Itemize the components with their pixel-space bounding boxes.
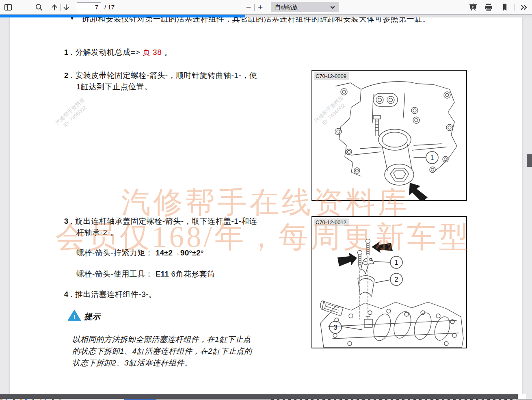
tool-rest: 6角花形套筒 <box>169 270 215 278</box>
tip-header: ! <box>68 310 81 323</box>
step-sep: . <box>68 290 75 298</box>
pdf-page: ▼ 拆卸和安装仅针对第一缸的活塞连杆组件，其它缸的活塞连杆组件的拆卸和安装大体可… <box>10 17 522 394</box>
loading-progress-track <box>0 15 532 17</box>
sidebar-toggle-button[interactable] <box>2 2 14 13</box>
current-view-bookmark-button[interactable] <box>499 2 510 13</box>
presentation-icon <box>468 2 478 12</box>
step-text: 分解发动机总成=> <box>75 48 142 56</box>
page-number-input[interactable] <box>77 2 101 12</box>
engine-bottom-diagram: 1 2 3 <box>312 217 466 348</box>
tip-line-1: 以相同的方法拆卸全部活塞连杆组件，在1缸下止点 <box>72 333 251 345</box>
presentation-mode-button[interactable] <box>467 2 479 13</box>
double-chevron-icon <box>519 2 529 12</box>
plus-icon: + <box>258 2 263 13</box>
tool-label: 螺栓-箭头-使用工具： <box>76 270 156 278</box>
page-gap-bar <box>0 394 518 399</box>
figure-label: C70-12-0009 <box>314 72 349 80</box>
step-sep: . <box>68 71 75 80</box>
zoom-out-button[interactable]: − <box>243 2 254 13</box>
step-number: 3 <box>64 217 68 225</box>
bullet-marker: ▼ <box>70 17 74 21</box>
step-text: 安装皮带轮固定螺栓-箭头-，顺时针旋转曲轴-1-，使 <box>75 71 257 80</box>
tip-line-3: 状态下拆卸2、3缸活塞连杆组件。 <box>72 357 192 369</box>
callout-1: 1 <box>395 259 398 266</box>
torque-value: 14±2→90°±2° <box>156 249 203 257</box>
intro-text: 拆卸和安装仅针对第一缸的活塞连杆组件，其它缸的活塞连杆组件的拆卸和安装大体可参照… <box>82 17 430 23</box>
bookmark-icon <box>500 3 509 12</box>
pdf-viewer: / 17 − + 自动缩放 <box>0 0 532 400</box>
tool-spec: 螺栓-箭头-使用工具： E11 6角花形套筒 <box>76 269 215 279</box>
torque-spec: 螺栓-箭头-拧紧力矩： 14±2→90°±2° <box>76 248 203 258</box>
step-text: 旋出连杆轴承盖固定螺栓-箭头-，取下连杆盖-1-和连 <box>75 217 257 225</box>
watermark-corner-left: 汽修帮手资料库 ID: 7496002 <box>54 96 91 131</box>
tool-code: E11 <box>156 270 169 278</box>
vertical-scrollbar-thumb[interactable] <box>527 154 532 167</box>
sidebar-toggle-icon <box>4 3 13 12</box>
zoom-select[interactable]: 自动缩放 <box>271 2 339 12</box>
step-number: 2 <box>64 71 68 80</box>
figure-c70-12-0009: C70-12-0009 <box>311 70 467 201</box>
callout-1: 1 <box>430 154 434 161</box>
warning-triangle-icon: ! <box>68 310 81 322</box>
figure-c70-12-0012: C70-12-0012 <box>311 216 467 348</box>
callout-3: 3 <box>334 324 337 331</box>
step-number: 1 <box>64 48 68 56</box>
step-text: 推出活塞连杆组件-3-。 <box>75 290 156 298</box>
printer-icon <box>484 2 493 12</box>
arrow-up-icon <box>50 3 59 12</box>
search-icon <box>35 3 43 12</box>
step-2-line2: 1缸达到下止点位置。 <box>76 82 152 92</box>
step-3: 3 . 旋出连杆轴承盖固定螺栓-箭头-，取下连杆盖-1-和连 <box>64 216 257 227</box>
intro-bullet-row: ▼ 拆卸和安装仅针对第一缸的活塞连杆组件，其它缸的活塞连杆组件的拆卸和安装大体可… <box>70 17 430 24</box>
step-text: 。 <box>162 48 172 56</box>
engine-front-diagram: 1 <box>312 71 466 200</box>
tip-line-2: 的状态下拆卸1、4缸活塞连杆组件，在2缸下止点的 <box>72 345 252 357</box>
print-button[interactable] <box>483 2 494 13</box>
arrow-marker <box>409 183 428 200</box>
step-3-line2: 杆轴承-2-。 <box>76 227 118 238</box>
previous-page-button[interactable] <box>49 2 60 13</box>
zoom-select-label: 自动缩放 <box>275 4 320 11</box>
arrow-marker <box>372 242 393 253</box>
toolbar-divider <box>515 4 515 11</box>
page-gap-right <box>518 394 526 399</box>
tip-title: 提示 <box>84 311 100 322</box>
step-4: 4 . 推出活塞连杆组件-3-。 <box>64 289 157 300</box>
arrow-down-icon <box>62 3 71 12</box>
step-sep: . <box>68 217 75 225</box>
more-tools-button[interactable] <box>518 2 530 13</box>
loading-progress-bar <box>0 15 245 17</box>
next-page-button[interactable] <box>61 2 72 13</box>
svg-text:!: ! <box>74 314 76 320</box>
figure-label: C70-12-0012 <box>314 218 349 226</box>
find-button[interactable] <box>33 2 45 13</box>
minus-icon: − <box>246 2 251 13</box>
torque-label: 螺栓-箭头-拧紧力矩： <box>76 249 156 257</box>
page-count-label: / 17 <box>104 4 115 11</box>
step-number: 4 <box>64 290 68 298</box>
callout-2: 2 <box>395 276 398 283</box>
step-2: 2 . 安装皮带轮固定螺栓-箭头-，顺时针旋转曲轴-1-，使 <box>64 70 257 81</box>
step-sep: . <box>68 48 75 56</box>
step-1: 1 . 分解发动机总成=> 页 38 。 <box>64 47 172 58</box>
chevron-down-icon <box>329 4 336 11</box>
zoom-in-button[interactable]: + <box>255 2 266 13</box>
arrow-marker <box>337 253 357 266</box>
page-38-link[interactable]: 页 38 <box>143 48 162 56</box>
pdf-toolbar: / 17 − + 自动缩放 <box>0 0 532 15</box>
